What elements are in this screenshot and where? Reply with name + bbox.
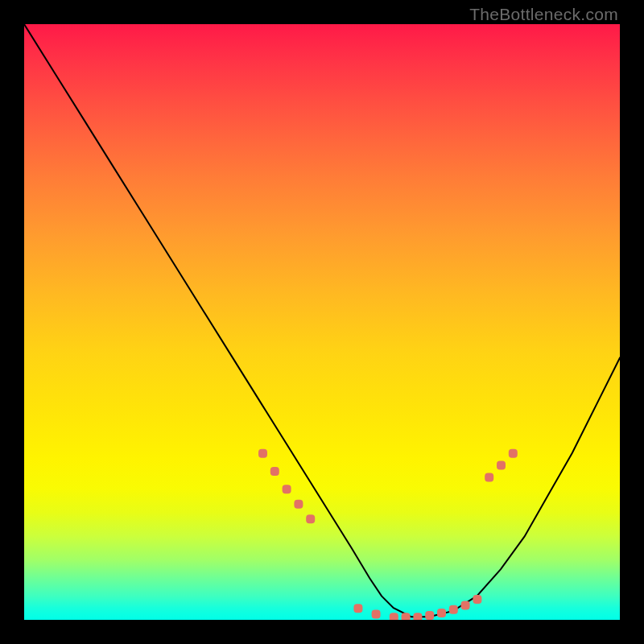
chart-container: TheBottleneck.com [0, 0, 644, 644]
curve-marker [270, 467, 279, 476]
curve-marker [402, 613, 411, 620]
curve-marker [294, 500, 303, 509]
curve-marker [485, 473, 493, 481]
curve-marker [306, 514, 315, 523]
curve-marker [258, 449, 267, 458]
curve-marker [413, 613, 422, 620]
curve-marker [425, 611, 434, 620]
curve-marker [437, 609, 446, 617]
curve-marker [390, 613, 398, 620]
plot-area [24, 24, 620, 620]
curve-marker [497, 461, 506, 470]
watermark-text: TheBottleneck.com [469, 5, 618, 24]
curve-marker [283, 485, 291, 493]
curve-marker [449, 605, 458, 614]
chart-svg [24, 24, 620, 620]
bottleneck-curve [24, 24, 620, 617]
curve-marker [372, 610, 381, 619]
curve-marker [353, 604, 362, 613]
curve-marker [473, 595, 481, 604]
curve-marker [509, 449, 518, 458]
curve-marker [461, 601, 470, 610]
